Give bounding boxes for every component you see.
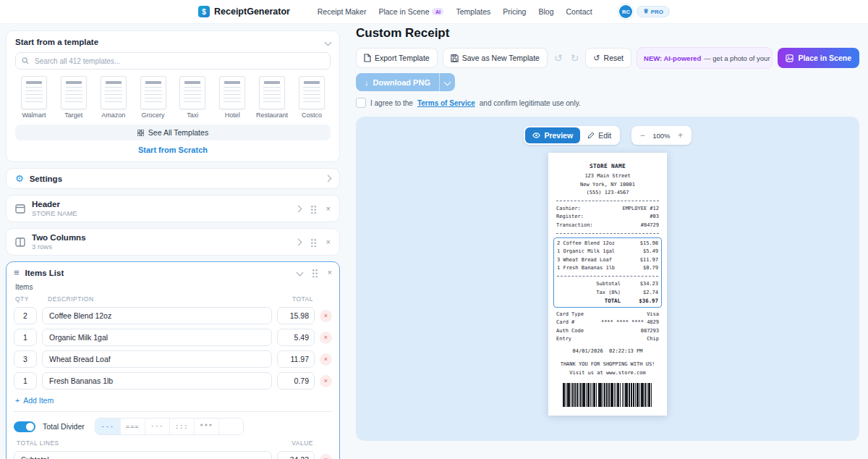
nav-pricing[interactable]: Pricing xyxy=(503,7,526,16)
item-qty-input[interactable] xyxy=(14,307,37,324)
item-row: × xyxy=(14,350,332,368)
nav-place-in-scene[interactable]: Place in SceneAI xyxy=(378,7,443,16)
chevron-right-icon[interactable] xyxy=(294,205,302,212)
template-costco[interactable]: Costco xyxy=(293,76,331,119)
remove-item-button[interactable]: × xyxy=(320,310,332,322)
section-two-columns-card[interactable]: Two Columns 3 rows × xyxy=(6,228,340,256)
chevron-down-icon[interactable] xyxy=(296,269,303,277)
divider-style-double[interactable]: === xyxy=(120,418,145,434)
item-description-input[interactable] xyxy=(42,329,272,346)
preview-mode-button[interactable]: Preview xyxy=(525,127,580,143)
receipt-address-line: 123 Main Street xyxy=(556,172,659,180)
template-picker-header[interactable]: Start from a template xyxy=(15,38,331,46)
template-search[interactable] xyxy=(15,52,331,70)
undo-button[interactable]: ↺ xyxy=(553,52,564,64)
template-grocery[interactable]: Grocery xyxy=(135,76,172,119)
total-line-value-input[interactable] xyxy=(277,451,315,459)
pro-badge[interactable]: ♕ PRO xyxy=(637,6,670,17)
template-amazon[interactable]: Amazon xyxy=(95,76,132,119)
mode-switcher: Preview Edit xyxy=(524,126,620,145)
item-total-input[interactable] xyxy=(277,372,315,389)
nav-contact[interactable]: Contact xyxy=(566,7,592,16)
template-label: Hotel xyxy=(225,111,240,119)
item-description-input[interactable] xyxy=(42,307,272,324)
item-total-input[interactable] xyxy=(277,350,315,368)
divider-style-stars[interactable]: *** xyxy=(194,418,218,434)
divider-style-dashes[interactable]: --- xyxy=(95,418,120,434)
item-qty-input[interactable] xyxy=(14,372,37,389)
reset-button[interactable]: ↺ Reset xyxy=(585,48,631,68)
redo-button[interactable]: ↻ xyxy=(569,52,581,64)
item-qty-input[interactable] xyxy=(14,350,37,368)
remove-item-button[interactable]: × xyxy=(320,353,332,366)
brand[interactable]: $ ReceiptGenerator xyxy=(198,6,290,17)
nav-templates[interactable]: Templates xyxy=(456,7,490,16)
new-badge: NEW: AI-powered xyxy=(644,54,701,62)
template-taxi[interactable]: Taxi xyxy=(174,76,211,119)
remove-section-button[interactable]: × xyxy=(326,238,331,246)
selected-items-section-highlight[interactable]: 2 Coffee Blend 12oz$15.98 1 Organic Milk… xyxy=(553,237,662,308)
chevron-down-icon[interactable] xyxy=(325,38,332,46)
dollar-glyph: $ xyxy=(202,8,206,16)
terms-checkbox[interactable] xyxy=(356,98,366,108)
drag-handle-icon[interactable] xyxy=(312,268,318,277)
receipt-meta-row: Register:#03 xyxy=(556,213,659,221)
divider-style-dots[interactable]: ··· xyxy=(145,418,169,434)
remove-section-button[interactable]: × xyxy=(328,269,332,277)
item-qty-input[interactable] xyxy=(14,329,37,346)
reset-label: Reset xyxy=(604,54,624,62)
chevron-right-icon[interactable] xyxy=(325,175,332,182)
item-total-input[interactable] xyxy=(277,329,315,346)
zoom-out-button[interactable]: − xyxy=(635,130,650,141)
receipt-paper[interactable]: STORE NAME 123 Main Street New York, NY … xyxy=(548,153,667,416)
total-divider-toggle[interactable] xyxy=(14,421,35,432)
divider-style-colons[interactable]: ::: xyxy=(169,418,194,434)
receipt-payment-row: Auth Code087293 xyxy=(556,327,659,335)
place-in-scene-button[interactable]: Place in Scene xyxy=(778,48,859,68)
save-as-new-template-button[interactable]: Save as New Template xyxy=(443,48,548,68)
template-picker-card: Start from a template Walmart Target Ama… xyxy=(6,30,340,162)
item-description-input[interactable] xyxy=(42,372,272,389)
items-list-header[interactable]: ≡ Items List × xyxy=(14,268,332,277)
zoom-in-button[interactable]: + xyxy=(673,130,688,141)
template-target[interactable]: Target xyxy=(55,76,93,119)
item-total-input[interactable] xyxy=(277,307,315,324)
settings-card[interactable]: ⚙ Settings xyxy=(6,168,340,189)
nav-receipt-maker[interactable]: Receipt Maker xyxy=(318,7,367,16)
crown-icon: ♕ xyxy=(643,9,648,14)
drag-handle-icon[interactable] xyxy=(310,237,317,247)
download-png-label: Download PNG xyxy=(373,78,430,87)
remove-item-button[interactable]: × xyxy=(320,375,332,387)
template-search-input[interactable] xyxy=(33,56,324,66)
terms-of-service-link[interactable]: Terms of Service xyxy=(417,99,475,107)
download-png-button[interactable]: ↓ Download PNG xyxy=(356,73,439,91)
edit-mode-button[interactable]: Edit xyxy=(580,127,618,143)
total-value: $36.97 xyxy=(629,297,658,306)
chevron-right-icon[interactable] xyxy=(294,238,302,245)
template-restaurant[interactable]: Restaurant xyxy=(253,76,291,119)
remove-total-line-button[interactable]: × xyxy=(320,454,332,459)
add-item-button[interactable]: + Add Item xyxy=(15,396,331,405)
two-columns-controls: × xyxy=(296,237,331,247)
payment-label: Auth Code xyxy=(556,327,584,335)
template-hotel[interactable]: Hotel xyxy=(213,76,251,119)
receipt-divider xyxy=(556,233,659,234)
total-line-label-input[interactable] xyxy=(14,451,272,459)
zoom-level: 100% xyxy=(650,132,673,140)
see-all-templates-button[interactable]: See All Templates xyxy=(15,125,331,140)
avatar[interactable]: RC xyxy=(619,5,632,18)
nav-place-in-scene-label: Place in Scene xyxy=(378,7,429,16)
nav-blog[interactable]: Blog xyxy=(538,7,553,16)
divider-style-none[interactable] xyxy=(218,418,243,434)
drag-handle-icon[interactable] xyxy=(310,204,317,214)
item-description-input[interactable] xyxy=(42,350,272,368)
remove-item-button[interactable]: × xyxy=(320,332,332,344)
brand-name: ReceiptGenerator xyxy=(214,7,290,17)
template-walmart[interactable]: Walmart xyxy=(15,76,53,119)
export-template-button[interactable]: Export Template xyxy=(356,48,438,68)
remove-section-button[interactable]: × xyxy=(326,205,331,213)
section-header-card[interactable]: Header STORE NAME × xyxy=(6,195,340,222)
download-options-button[interactable] xyxy=(439,73,455,91)
payment-value: **** **** **** 4829 xyxy=(601,319,659,327)
start-from-scratch-link[interactable]: Start from Scratch xyxy=(15,146,331,154)
